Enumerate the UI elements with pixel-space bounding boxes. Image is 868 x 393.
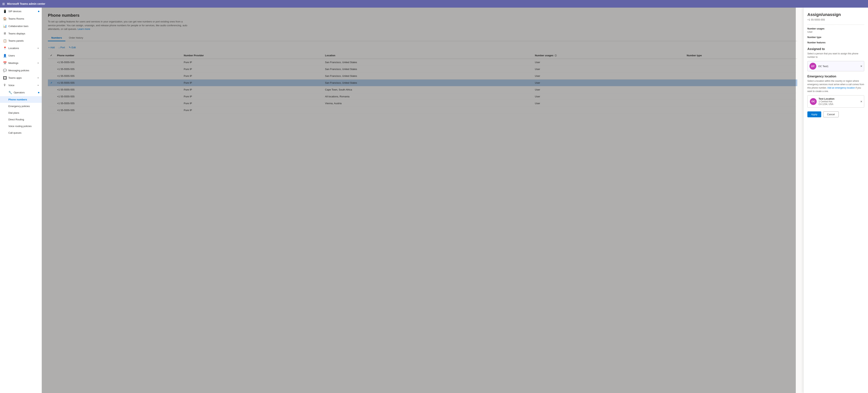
cell-type-4 — [684, 86, 797, 93]
cell-provider-7: Pure IP — [182, 107, 323, 114]
tab-numbers[interactable]: Numbers — [48, 35, 65, 41]
cell-usage-4: User — [532, 86, 684, 93]
locations-chevron: ▾ — [38, 47, 39, 49]
panel-number-details: Number usages User Number type Number fe… — [807, 25, 864, 44]
table-row[interactable]: +1 55-5555-555Pure IPVienna, AustriaUser — [48, 100, 797, 107]
cell-usage-7 — [532, 107, 684, 114]
learn-more-link[interactable]: Learn more — [78, 28, 90, 30]
sidebar-item-operators[interactable]: 🔧Operators — [0, 89, 42, 96]
cell-location-7 — [323, 107, 532, 114]
cell-type-3 — [684, 79, 797, 86]
sidebar-item-dial-plans[interactable]: Dial plans — [0, 110, 42, 116]
col-phone-number: Phone number — [55, 53, 182, 59]
panel-actions: Apply Cancel — [807, 112, 864, 117]
sidebar-label-voice-routing-policies: Voice routing policies — [8, 125, 32, 128]
row-check-3[interactable]: ✓ — [48, 79, 55, 86]
sidebar-item-voice-routing-policies[interactable]: Voice routing policies — [0, 123, 42, 129]
location-addr2: CA 1234, USA — [818, 103, 835, 105]
tab-order-history[interactable]: Order history — [65, 35, 87, 41]
sidebar-item-teams-apps[interactable]: 🔲Teams apps▾ — [0, 74, 42, 82]
sidebar-label-users: Users — [8, 54, 15, 57]
locations-icon: 📍 — [3, 47, 6, 50]
table-row[interactable]: +1 55-5555-555Pure IP — [48, 107, 797, 114]
table-row[interactable]: +1 55-5555-555Pure IPSan Francisco, Unit… — [48, 72, 797, 79]
assigned-user-chip: OT OC Test1 ✕ — [807, 61, 864, 71]
grid-icon[interactable]: ⊞ — [2, 2, 5, 6]
col-select: ✓ — [48, 53, 55, 59]
sidebar-item-locations[interactable]: 📍Locations▾ — [0, 44, 42, 52]
sidebar-label-meetings: Meetings — [8, 62, 19, 64]
cell-provider-4: Pure IP — [182, 86, 323, 93]
tab-bar: Numbers Order history — [48, 35, 797, 41]
teams-displays-icon: 🖥 — [3, 32, 6, 35]
sip-devices-icon: 📱 — [3, 9, 6, 13]
row-check-7[interactable] — [48, 107, 55, 114]
panel-title: Assign/unassign — [807, 12, 864, 17]
location-name: Test Location — [818, 97, 835, 100]
cell-type-2 — [684, 72, 797, 79]
cell-location-3: San Francisco, United States — [323, 79, 532, 86]
remove-user-button[interactable]: ✕ — [860, 65, 863, 68]
table-row[interactable]: ✓+1 55-5555-555Pure IPSan Francisco, Uni… — [48, 79, 797, 86]
cell-phone-7: +1 55-5555-555 — [55, 107, 182, 114]
sidebar-item-emergency-policies[interactable]: Emergency policies — [0, 103, 42, 110]
add-emergency-location-link[interactable]: Add an emergency location — [827, 87, 855, 89]
teams-panels-icon: 📋 — [3, 39, 6, 42]
sidebar-item-collaboration-bars[interactable]: 📊Collaboration bars — [0, 23, 42, 30]
sidebar-item-meetings[interactable]: 📅Meetings▾ — [0, 59, 42, 67]
table-row[interactable]: +1 55-5555-555Pure IPCape Town, South Af… — [48, 86, 797, 93]
sidebar-item-direct-routing[interactable]: Direct Routing — [0, 116, 42, 123]
cell-phone-5: +1 55-5555-555 — [55, 93, 182, 100]
sip-devices-dot — [38, 11, 39, 12]
topbar-title: Microsoft Teams admin center — [7, 2, 45, 5]
sidebar-item-teams-panels[interactable]: 📋Teams panels — [0, 37, 42, 44]
sidebar-label-call-queues: Call queues — [8, 131, 22, 134]
sidebar-item-teams-displays[interactable]: 🖥Teams displays — [0, 30, 42, 37]
phone-numbers-table: ✓ Phone number Number Provider Location … — [48, 53, 797, 114]
sidebar-item-phone-numbers[interactable]: Phone numbers — [0, 96, 42, 103]
cell-provider-6: Pure IP — [182, 100, 323, 107]
user-avatar: OT — [809, 63, 816, 69]
page-description: To set up calling features for users and… — [48, 20, 190, 31]
table-row[interactable]: +1 55-5555-555Pure IPAll locations, Roma… — [48, 93, 797, 100]
sidebar-item-call-queues[interactable]: Call queues — [0, 129, 42, 136]
cell-location-0: San Francisco, United States — [323, 59, 532, 66]
table-row[interactable]: +1 55-5555-555Pure IPSan Francisco, Unit… — [48, 66, 797, 72]
location-avatar: OC — [810, 98, 817, 105]
cell-phone-1: +1 55-5555-555 — [55, 66, 182, 72]
number-type-label: Number type — [807, 36, 864, 39]
row-check-2[interactable] — [48, 72, 55, 79]
row-check-6[interactable] — [48, 100, 55, 107]
operators-icon: 🔧 — [8, 91, 12, 94]
sidebar-item-users[interactable]: 👤Users — [0, 52, 42, 59]
number-usages-value: User — [807, 30, 864, 33]
add-button[interactable]: + Add — [48, 45, 55, 50]
cell-type-6 — [684, 100, 797, 107]
row-check-5[interactable] — [48, 93, 55, 100]
row-check-1[interactable] — [48, 66, 55, 72]
row-check-0[interactable] — [48, 59, 55, 66]
cancel-button[interactable]: Cancel — [823, 112, 839, 117]
port-button[interactable]: ↓ Port — [58, 45, 65, 50]
cell-type-0 — [684, 59, 797, 66]
cell-provider-3: Pure IP — [182, 79, 323, 86]
sidebar-label-operators: Operators — [14, 91, 25, 94]
row-check-4[interactable] — [48, 86, 55, 93]
apply-button[interactable]: Apply — [807, 112, 821, 117]
assign-panel: Assign/unassign +1 55-5555-555 Number us… — [803, 8, 868, 393]
cell-type-1 — [684, 66, 797, 72]
table-row[interactable]: +1 55-5555-555Pure IPSan Francisco, Unit… — [48, 59, 797, 66]
sidebar-item-sip-devices[interactable]: 📱SIP devices — [0, 8, 42, 15]
remove-location-button[interactable]: ✕ — [860, 100, 863, 103]
panel-phone-number: +1 55-5555-555 — [807, 18, 864, 21]
cell-provider-0: Pure IP — [182, 59, 323, 66]
cell-usage-0: User — [532, 59, 684, 66]
cell-phone-2: +1 55-5555-555 — [55, 72, 182, 79]
edit-button[interactable]: ✎ Edit — [68, 45, 76, 50]
assigned-to-desc: Select a person that you want to assign … — [807, 52, 864, 59]
users-icon: 👤 — [3, 54, 6, 57]
sidebar-item-voice[interactable]: 🎙Voice▾ — [0, 82, 42, 89]
sidebar-item-teams-rooms[interactable]: 🏠Teams Rooms — [0, 15, 42, 23]
sidebar-item-messaging-policies[interactable]: 💬Messaging policies — [0, 67, 42, 74]
cell-phone-0: +1 55-5555-555 — [55, 59, 182, 66]
